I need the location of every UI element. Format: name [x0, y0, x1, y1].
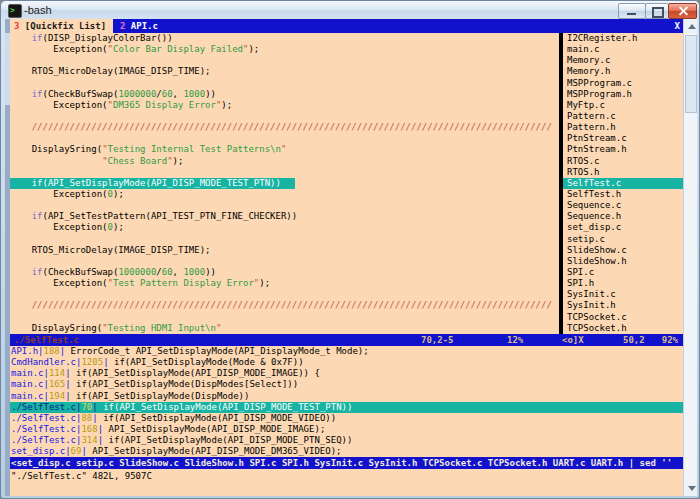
tab-quickfix-list[interactable]: 3 [Quickfix List] — [14, 19, 112, 33]
terminal-icon: > — [8, 4, 22, 18]
minimize-icon — [627, 13, 636, 15]
scroll-up-button[interactable] — [685, 20, 697, 33]
file-item[interactable]: SysInit.h — [563, 300, 683, 311]
code-line[interactable] — [10, 312, 559, 323]
close-icon — [677, 6, 688, 17]
tab-api-c[interactable]: 2 API.c — [120, 19, 158, 33]
file-item[interactable]: MSPProgram.h — [563, 89, 683, 100]
file-item[interactable]: setip.c — [563, 234, 683, 245]
code-line[interactable]: RTOS_MicroDelay(IMAGE_DISP_TIME); — [10, 245, 559, 256]
code-line[interactable] — [10, 111, 559, 122]
restore-button[interactable] — [645, 3, 669, 19]
file-item[interactable]: PtnStream.c — [563, 133, 683, 144]
statusline-right-percent: 92% — [662, 334, 678, 346]
file-panel: I2CRegister.hmain.cMemory.cMemory.hMSPPr… — [563, 33, 683, 335]
code-line[interactable] — [10, 167, 559, 178]
statusline-right-name: <o]X — [562, 334, 584, 346]
quickfix-window: API.h|188| ErrorCode_t API_SetDisplayMod… — [10, 346, 683, 458]
quickfix-row[interactable]: CmdHandler.c|1205| if(API_SetDisplayMode… — [10, 357, 683, 368]
statusline-filename: ./SelfTest.c — [14, 334, 79, 346]
file-item[interactable]: RTOS.h — [563, 167, 683, 178]
window-title: -bash — [24, 4, 52, 16]
file-item[interactable]: MSPProgram.c — [563, 78, 683, 89]
code-line[interactable] — [10, 234, 559, 245]
scroll-down-icon — [688, 486, 696, 491]
code-line[interactable]: ////////////////////////////////////////… — [10, 122, 559, 133]
titlebar[interactable]: > -bash — [1, 1, 699, 19]
file-item[interactable]: Pattern.h — [563, 122, 683, 133]
code-line[interactable]: if(API_SetTestPattern(API_TEST_PTN_FINE_… — [10, 211, 559, 222]
quickfix-row[interactable]: ./SelfTest.c|88| if(API_SetDisplayMode(A… — [10, 413, 683, 424]
code-line[interactable]: DisplaySring("Testing HDMI Input\n" — [10, 323, 559, 334]
code-line[interactable]: DisplaySring("Testing Internal Test Patt… — [10, 144, 559, 155]
tabline: 3 [Quickfix List] 2 API.c X — [10, 19, 683, 33]
file-item[interactable]: PtnStream.h — [563, 144, 683, 155]
code-line[interactable] — [10, 78, 559, 89]
statusline-right-position: 50,2 — [623, 334, 645, 346]
file-item[interactable]: TCPSocket.h — [563, 323, 683, 334]
quickfix-row[interactable]: API.h|188| ErrorCode_t API_SetDisplayMod… — [10, 346, 683, 357]
code-line[interactable]: RTOS_MicroDelay(IMAGE_DISP_TIME); — [10, 66, 559, 77]
code-line[interactable]: if(API_SetDisplayMode(API_DISP_MODE_TEST… — [10, 178, 559, 189]
quickfix-row[interactable]: set_disp.c|69| API_SetDisplayMode(API_DI… — [10, 446, 683, 457]
file-item[interactable]: Sequence.c — [563, 200, 683, 211]
scroll-down-button[interactable] — [685, 482, 697, 495]
code-line[interactable]: Exception("DM365 Display Error"); — [10, 100, 559, 111]
terminal-window: > -bash 3 [Quickfix List] 2 API.c X if(D… — [0, 0, 700, 499]
code-line[interactable]: Exception("Test Pattern Display Error"); — [10, 278, 559, 289]
code-window: if(DISP_DisplayColorBar()) Exception("Co… — [10, 33, 559, 335]
code-line[interactable] — [10, 256, 559, 267]
tabline-fill: 2 API.c X — [113, 19, 683, 33]
file-item[interactable]: MyFtp.c — [563, 100, 683, 111]
file-item[interactable]: Sequence.h — [563, 211, 683, 222]
quickfix-row[interactable]: main.c|194| if(API_SetDisplayMode(DispMo… — [10, 391, 683, 402]
code-line[interactable]: if(CheckBufSwap(1000000/60, 1000)) — [10, 267, 559, 278]
code-line[interactable]: if(DISP_DisplayColorBar()) — [10, 33, 559, 44]
scrollbar[interactable] — [683, 19, 697, 496]
code-line[interactable] — [10, 200, 559, 211]
quickfix-row[interactable]: ./SelfTest.c|314| if(API_SetDisplayMode(… — [10, 435, 683, 446]
file-item[interactable]: SPI.c — [563, 267, 683, 278]
file-item[interactable]: TCPSocket.c — [563, 312, 683, 323]
file-item[interactable]: SelfTest.c — [563, 178, 683, 189]
statusline-scroll-percent: 12% — [507, 334, 523, 346]
file-item[interactable]: SlideShow.c — [563, 245, 683, 256]
code-line[interactable] — [10, 55, 559, 66]
minimize-button[interactable] — [618, 3, 646, 19]
statusline-cursor-position: 70,2-5 — [421, 334, 454, 346]
quickfix-row[interactable]: main.c|165| if(API_SetDisplayMode(DispMo… — [10, 379, 683, 390]
file-item[interactable]: Pattern.c — [563, 111, 683, 122]
code-line[interactable]: ////////////////////////////////////////… — [10, 300, 559, 311]
file-item[interactable]: Memory.c — [563, 55, 683, 66]
command-bar[interactable]: <set_disp.c setip.c SlideShow.c SlideSho… — [10, 457, 683, 469]
code-line[interactable]: Exception(0); — [10, 189, 559, 200]
tabline-close-button[interactable]: X — [675, 19, 680, 33]
terminal-content: 3 [Quickfix List] 2 API.c X if(DISP_Disp… — [5, 19, 697, 496]
file-item[interactable]: SysInit.c — [563, 289, 683, 300]
message-line: "./SelfTest.c" 482L, 9507C — [10, 470, 683, 482]
file-item[interactable]: I2CRegister.h — [563, 33, 683, 44]
file-item[interactable]: Memory.h — [563, 66, 683, 77]
code-line[interactable]: "Chess Board"); — [10, 156, 559, 167]
code-line[interactable] — [10, 133, 559, 144]
file-item[interactable]: RTOS.c — [563, 156, 683, 167]
quickfix-row[interactable]: main.c|114| if(API_SetDisplayMode(API_DI… — [10, 368, 683, 379]
file-item[interactable]: SPI.h — [563, 278, 683, 289]
file-item[interactable]: set_disp.c — [563, 222, 683, 233]
code-line[interactable]: if(CheckBufSwap(1000000/60, 1000)) — [10, 89, 559, 100]
quickfix-row[interactable]: ./SelfTest.c|70| if(API_SetDisplayMode(A… — [10, 402, 683, 413]
restore-icon — [652, 7, 664, 18]
code-line[interactable] — [10, 289, 559, 300]
scrollbar-thumb[interactable] — [685, 35, 697, 113]
statusline[interactable]: ./SelfTest.c 70,2-5 12% <o]X 50,2 92% — [10, 334, 683, 346]
file-item[interactable]: main.c — [563, 44, 683, 55]
code-line[interactable]: Exception("Color Bar Display Failed"); — [10, 44, 559, 55]
code-line[interactable]: Exception(0); — [10, 222, 559, 233]
scroll-up-icon — [688, 24, 696, 29]
file-item[interactable]: SelfTest.h — [563, 189, 683, 200]
quickfix-row[interactable]: ./SelfTest.c|168| API_SetDisplayMode(API… — [10, 424, 683, 435]
file-item[interactable]: SlideShow.h — [563, 256, 683, 267]
close-button[interactable] — [668, 3, 697, 19]
